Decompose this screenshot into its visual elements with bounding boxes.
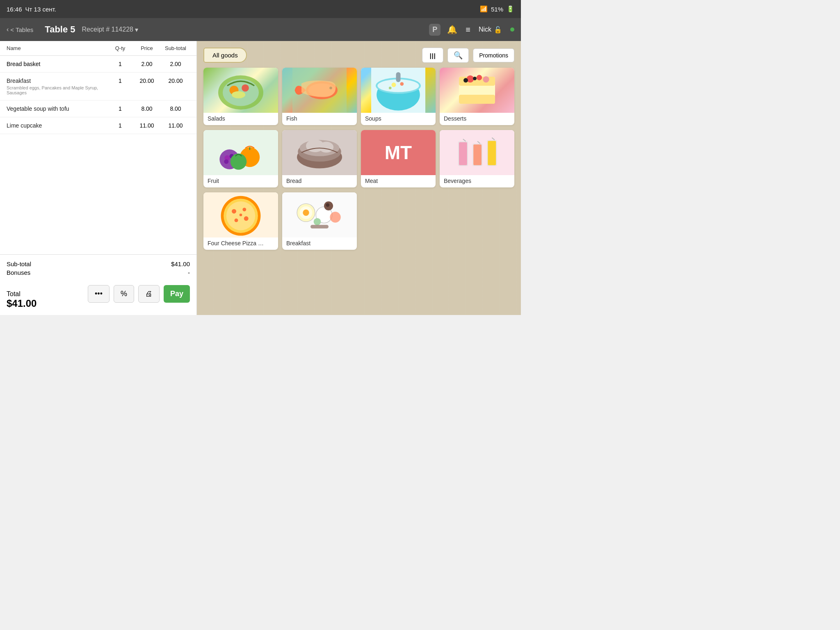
item-name-text: Vegetable soup with tofu [7,105,108,112]
svg-point-57 [303,210,309,216]
item-subtotal: 2.00 [161,61,190,67]
category-desserts[interactable]: Desserts [440,68,514,125]
category-fish[interactable]: Fish [282,68,357,125]
order-summary: Sub-total $41.00 Bonuses - [7,260,190,276]
fish-label: Fish [282,113,357,125]
col-price: Price [132,45,161,51]
menu-panel: All goods ||| 🔍 Promotions [197,41,521,315]
pay-button[interactable]: Pay [164,285,190,303]
online-indicator [510,27,514,32]
category-meat[interactable]: MT Meat [361,130,436,187]
item-name: Vegetable soup with tofu [7,105,108,112]
item-qty: 1 [108,78,132,84]
meat-image: MT [361,130,436,175]
category-pizza[interactable]: Four Cheese Pizza … [203,192,278,250]
svg-point-50 [232,209,236,214]
table-row[interactable]: Vegetable soup with tofu 1 8.00 8.00 [0,100,196,117]
pizza-label: Four Cheese Pizza … [203,237,278,250]
discount-button[interactable]: % [114,285,134,303]
nav-bar: ‹ < Tables Table 5 Receipt # 114228 ▾ P … [0,18,521,41]
meat-placeholder-text: MT [385,142,412,164]
table-row[interactable]: Bread basket 1 2.00 2.00 [0,56,196,73]
col-name: Name [7,45,108,51]
category-beverages[interactable]: Beverages [440,130,514,187]
parking-button[interactable]: P [429,24,441,36]
salads-image [203,68,278,113]
svg-point-22 [477,75,482,80]
all-goods-button[interactable]: All goods [203,48,247,63]
category-breakfast[interactable]: Breakfast [282,192,357,250]
dropdown-icon: ▾ [135,26,138,34]
total-row: Total $41.00 ••• % 🖨 Pay [7,281,190,309]
item-name: Bread basket [7,61,108,67]
breakfast-label: Breakfast [282,237,357,250]
svg-rect-45 [488,141,496,165]
order-footer: Sub-total $41.00 Bonuses - Total $41.00 … [0,254,196,315]
item-name-text: Breakfast [7,78,108,84]
item-qty: 1 [108,105,132,112]
svg-point-54 [240,214,242,217]
svg-point-14 [400,82,404,86]
menu-button[interactable]: ≡ [466,25,470,34]
category-salads[interactable]: Salads [203,68,278,125]
item-subtotal: 11.00 [161,122,190,129]
svg-point-25 [473,77,477,80]
barcode-button[interactable]: ||| [422,48,443,63]
receipt-selector[interactable]: Receipt # 114228 ▾ [82,26,138,34]
order-action-buttons: ••• % 🖨 Pay [88,285,190,303]
bell-button[interactable]: 🔔 [447,25,457,34]
print-button[interactable]: 🖨 [138,285,160,303]
svg-line-40 [463,139,466,142]
item-qty: 1 [108,61,132,67]
lock-icon: 🔓 [494,26,502,34]
bonuses-value: - [188,269,190,276]
category-fruit[interactable]: Fruit [203,130,278,187]
svg-point-23 [483,76,489,82]
item-price: 8.00 [132,105,161,112]
desserts-image [440,68,514,113]
order-panel: Name Q-ty Price Sub-total Bread basket 1… [0,41,197,315]
svg-point-15 [389,87,392,89]
promotions-button[interactable]: Promotions [473,48,514,62]
bread-image [282,130,357,175]
beverages-label: Beverages [440,175,514,187]
category-soups[interactable]: Soups [361,68,436,125]
svg-rect-39 [459,142,467,165]
svg-point-21 [467,75,474,83]
item-name-text: Bread basket [7,61,108,67]
item-description: Scrambled eggs, Pancakes and Maple Syrup… [7,85,108,95]
soups-image [361,68,436,113]
total-label: Total [7,290,37,298]
back-button[interactable]: ‹ < Tables [7,26,33,33]
svg-rect-42 [473,144,482,165]
category-grid-row3: Four Cheese Pizza … [203,192,514,250]
desserts-label: Desserts [440,113,514,125]
beverages-image [440,130,514,175]
user-name: Nick [479,26,491,33]
menu-top-bar: All goods ||| 🔍 Promotions [203,48,514,63]
svg-point-13 [392,82,396,87]
category-grid-row1: Salads Fish [203,68,514,125]
search-button[interactable]: 🔍 [447,48,469,63]
more-options-button[interactable]: ••• [88,285,110,303]
table-row[interactable]: Lime cupcake 1 11.00 11.00 [0,117,196,134]
battery-icon: 🔋 [507,5,514,13]
svg-point-4 [232,91,245,98]
item-price: 20.00 [132,78,161,84]
barcode-icon: ||| [430,52,436,59]
parking-icon: P [432,25,437,34]
subtotal-label: Sub-total [7,260,31,267]
order-items: Bread basket 1 2.00 2.00 Breakfast Scram… [0,56,196,254]
back-arrow: ‹ [7,26,9,33]
breakfast-image [282,192,357,237]
search-icon: 🔍 [454,51,463,59]
table-row[interactable]: Breakfast Scrambled eggs, Pancakes and M… [0,73,196,100]
col-qty: Q-ty [108,45,132,51]
soups-label: Soups [361,113,436,125]
category-bread[interactable]: Bread [282,130,357,187]
svg-point-60 [326,203,329,207]
receipt-label: Receipt # 114228 [82,26,133,33]
svg-point-52 [244,216,249,221]
col-subtotal: Sub-total [161,45,190,51]
svg-point-29 [224,160,228,164]
